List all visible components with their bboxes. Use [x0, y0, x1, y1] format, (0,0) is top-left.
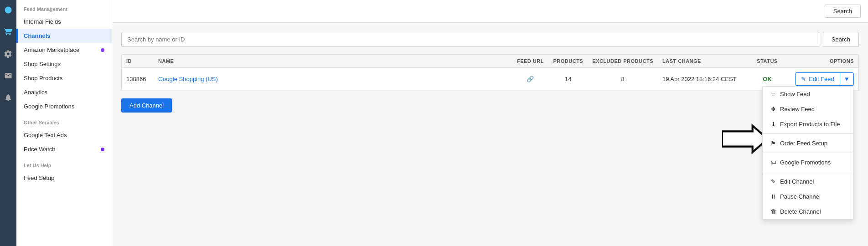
feed-management-label: Feed Management	[16, 0, 112, 15]
dropdown-menu: ≡ Show Feed ✥ Review Feed ⬇	[762, 86, 853, 220]
sidebar-item-channels[interactable]: Channels	[16, 29, 112, 43]
review-feed-icon: ✥	[770, 106, 776, 113]
review-feed-label: Review Feed	[780, 106, 815, 113]
other-services-label: Other Services	[16, 113, 112, 128]
col-lastchange: LAST CHANGE	[658, 55, 749, 68]
status-badge: OK	[763, 76, 772, 82]
dropdown-show-feed[interactable]: ≡ Show Feed	[763, 87, 853, 102]
shop-settings-label: Shop Settings	[24, 61, 61, 67]
svg-marker-1	[722, 126, 768, 152]
edit-channel-label: Edit Channel	[780, 178, 814, 185]
phone-icon[interactable]	[2, 69, 15, 82]
dropdown-google-promotions[interactable]: 🏷 Google Promotions	[763, 155, 853, 170]
edit-feed-label: Edit Feed	[809, 76, 834, 82]
let-us-help-label: Let Us Help	[16, 156, 112, 171]
row-products: 14	[548, 68, 588, 91]
row-feedurl: 🔗	[512, 68, 548, 91]
delete-channel-label: Delete Channel	[780, 208, 821, 215]
col-excluded: EXCLUDED PRODUCTS	[588, 55, 658, 68]
col-status: STATUS	[749, 55, 785, 68]
price-watch-label: Price Watch	[24, 146, 56, 153]
icon-bar	[0, 0, 16, 246]
search-button[interactable]: Search	[823, 32, 859, 47]
content: Search ID NAME FEED URL PRODUCTS EXCLUDE…	[112, 23, 868, 246]
row-name: Google Shopping (US)	[154, 68, 512, 91]
shop-products-label: Shop Products	[24, 75, 62, 82]
sidebar-item-feed-setup[interactable]: Feed Setup	[16, 171, 112, 185]
google-promo-icon: 🏷	[770, 159, 776, 166]
analytics-label: Analytics	[24, 89, 47, 96]
show-feed-label: Show Feed	[780, 91, 810, 97]
chart-icon[interactable]	[2, 4, 15, 16]
amazon-dot	[101, 48, 104, 52]
sidebar: Feed Management Internal Fields Channels…	[16, 0, 112, 246]
dropdown-review-feed[interactable]: ✥ Review Feed	[763, 102, 853, 117]
dropdown-divider-3	[763, 172, 853, 172]
google-promotions-label: Google Promotions	[24, 103, 74, 110]
dropdown-divider-2	[763, 153, 853, 153]
col-name: NAME	[154, 55, 512, 68]
order-feed-icon: ⚑	[770, 140, 776, 147]
add-channel-button[interactable]: Add Channel	[121, 98, 172, 113]
col-feedurl: FEED URL	[512, 55, 548, 68]
sidebar-item-internal-fields[interactable]: Internal Fields	[16, 15, 112, 29]
channels-label: Channels	[24, 32, 51, 39]
edit-feed-btn-group: ✎ Edit Feed ▼ ≡ Sho	[795, 72, 854, 86]
sidebar-item-analytics[interactable]: Analytics	[16, 85, 112, 99]
cart-icon[interactable]	[2, 26, 15, 38]
row-id: 138866	[122, 68, 154, 91]
feed-setup-label: Feed Setup	[24, 174, 54, 181]
sidebar-item-shop-settings[interactable]: Shop Settings	[16, 57, 112, 71]
col-products: PRODUCTS	[548, 55, 588, 68]
export-label: Export Products to File	[780, 121, 840, 128]
sidebar-item-google-promotions[interactable]: Google Promotions	[16, 99, 112, 113]
show-feed-icon: ≡	[770, 91, 776, 97]
google-promotions-dropdown-label: Google Promotions	[780, 159, 831, 166]
col-options: OPTIONS	[785, 55, 858, 68]
dropdown-pause-channel[interactable]: ⏸ Pause Channel	[763, 189, 853, 204]
topbar: Search	[112, 0, 868, 23]
col-id: ID	[122, 55, 154, 68]
edit-feed-icon: ✎	[801, 76, 806, 82]
arrow-graphic	[722, 123, 768, 156]
google-text-ads-label: Google Text Ads	[24, 132, 67, 138]
bell-icon[interactable]	[2, 91, 15, 104]
price-watch-dot	[101, 148, 104, 151]
chevron-down-icon: ▼	[844, 76, 850, 82]
search-input[interactable]	[121, 32, 819, 47]
amazon-label: Amazon Marketplace	[24, 46, 79, 53]
delete-icon: 🗑	[770, 208, 776, 215]
svg-point-0	[5, 7, 12, 14]
export-icon: ⬇	[770, 121, 776, 128]
edit-channel-icon: ✎	[770, 178, 776, 185]
dropdown-order-feed-setup[interactable]: ⚑ Order Feed Setup	[763, 136, 853, 151]
channels-table: ID NAME FEED URL PRODUCTS EXCLUDED PRODU…	[121, 54, 859, 91]
table-row: 138866 Google Shopping (US) 🔗 14 8 19 Ap…	[122, 68, 858, 91]
dropdown-edit-channel[interactable]: ✎ Edit Channel	[763, 174, 853, 189]
sidebar-item-price-watch[interactable]: Price Watch	[16, 142, 112, 156]
row-excluded: 8	[588, 68, 658, 91]
topbar-search-button[interactable]: Search	[825, 5, 861, 18]
row-options: ✎ Edit Feed ▼ ≡ Sho	[785, 68, 858, 91]
dropdown-export-products[interactable]: ⬇ Export Products to File	[763, 117, 853, 132]
sidebar-item-google-text-ads[interactable]: Google Text Ads	[16, 128, 112, 142]
dropdown-delete-channel[interactable]: 🗑 Delete Channel	[763, 204, 853, 219]
edit-feed-button[interactable]: ✎ Edit Feed	[796, 73, 840, 85]
edit-feed-dropdown-toggle[interactable]: ▼	[840, 73, 853, 85]
pause-icon: ⏸	[770, 193, 776, 200]
gear-icon[interactable]	[2, 47, 15, 60]
row-lastchange: 19 Apr 2022 18:16:24 CEST	[658, 68, 749, 91]
search-row: Search	[121, 32, 859, 47]
pause-channel-label: Pause Channel	[780, 193, 821, 200]
order-feed-label: Order Feed Setup	[780, 140, 827, 147]
internal-fields-label: Internal Fields	[24, 18, 61, 25]
main: Search Search ID NAME FEED URL PRODUCTS …	[112, 0, 868, 246]
channel-link[interactable]: Google Shopping (US)	[158, 76, 218, 82]
sidebar-item-amazon[interactable]: Amazon Marketplace	[16, 43, 112, 57]
feed-url-icon[interactable]: 🔗	[527, 76, 534, 82]
dropdown-divider-1	[763, 133, 853, 134]
sidebar-item-shop-products[interactable]: Shop Products	[16, 71, 112, 85]
